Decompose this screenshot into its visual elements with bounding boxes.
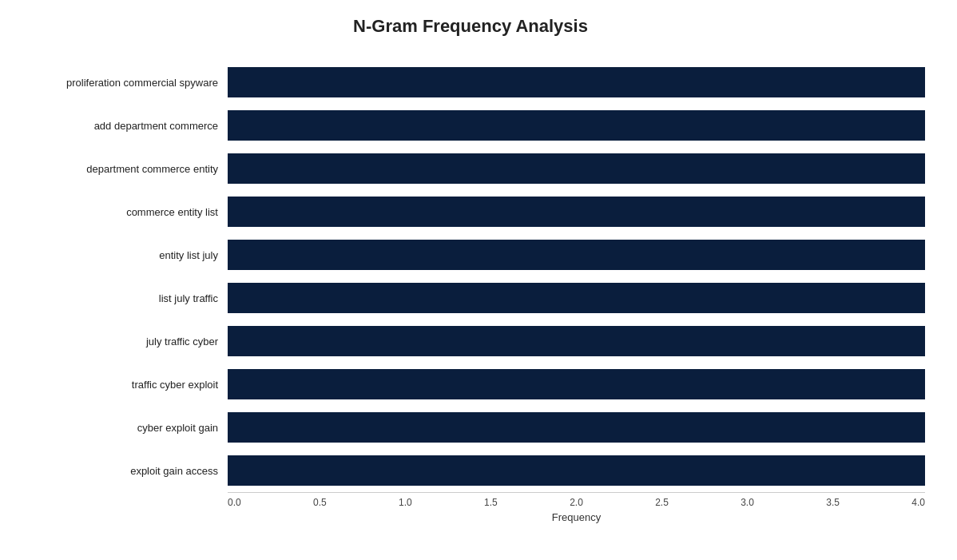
x-axis-label: Frequency — [228, 511, 925, 523]
x-tick: 1.5 — [484, 497, 498, 508]
bar-label: department commerce entity — [24, 163, 228, 175]
bar-track — [228, 326, 925, 356]
bar-track — [228, 67, 925, 97]
x-tick: 2.5 — [655, 497, 669, 508]
bar-row: commerce entity list — [24, 190, 925, 233]
bar-track — [228, 240, 925, 270]
bar-label: add department commerce — [24, 120, 228, 132]
x-tick: 0.5 — [313, 497, 327, 508]
x-axis-area: 0.00.51.01.52.02.53.03.54.0 Frequency — [228, 492, 925, 524]
bar-row: list july traffic — [24, 276, 925, 320]
bar-row: proliferation commercial spyware — [24, 61, 925, 104]
bar-label: list july traffic — [24, 292, 228, 304]
x-tick: 3.5 — [826, 497, 840, 508]
bar-track — [228, 369, 925, 399]
bar-label: exploit gain access — [24, 465, 228, 477]
bar-label: commerce entity list — [24, 206, 228, 218]
x-tick: 3.0 — [741, 497, 754, 508]
bar-fill — [228, 67, 925, 97]
bar-track — [228, 455, 925, 486]
bar-fill — [228, 326, 925, 356]
x-ticks: 0.00.51.01.52.02.53.03.54.0 — [228, 497, 925, 508]
bar-fill — [228, 240, 925, 270]
x-tick: 2.0 — [570, 497, 583, 508]
bar-row: july traffic cyber — [24, 320, 925, 363]
bar-label: cyber exploit gain — [24, 422, 228, 434]
bar-row: add department commerce — [24, 104, 925, 147]
bar-fill — [228, 412, 925, 443]
bar-fill — [228, 197, 925, 227]
x-tick: 0.0 — [228, 497, 241, 508]
bar-label: july traffic cyber — [24, 336, 228, 348]
bar-row: cyber exploit gain — [24, 406, 925, 449]
bar-row: traffic cyber exploit — [24, 363, 925, 406]
bar-fill — [228, 369, 925, 399]
bar-label: entity list july — [24, 249, 228, 261]
bar-track — [228, 110, 925, 141]
bar-row: department commerce entity — [24, 147, 925, 190]
bar-label: traffic cyber exploit — [24, 379, 228, 391]
bar-row: entity list july — [24, 233, 925, 276]
chart-container: N-Gram Frequency Analysis proliferation … — [0, 0, 957, 560]
chart-title: N-Gram Frequency Analysis — [16, 16, 925, 37]
bar-fill — [228, 283, 925, 313]
x-tick: 1.0 — [399, 497, 412, 508]
bar-fill — [228, 455, 925, 486]
bar-label: proliferation commercial spyware — [24, 77, 228, 89]
chart-area: proliferation commercial spywareadd depa… — [24, 61, 925, 492]
bar-fill — [228, 110, 925, 141]
x-tick: 4.0 — [911, 497, 925, 508]
bar-row: exploit gain access — [24, 449, 925, 492]
bar-track — [228, 412, 925, 443]
bar-track — [228, 197, 925, 227]
bar-track — [228, 153, 925, 184]
bar-fill — [228, 153, 925, 184]
x-axis-line — [228, 492, 925, 493]
bar-track — [228, 283, 925, 313]
